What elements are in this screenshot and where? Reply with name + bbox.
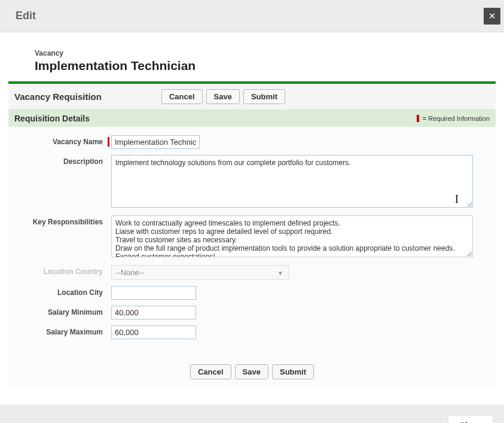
content-area: Vacancy Implementation Technician Vacanc… xyxy=(0,32,504,394)
subsection-title: Requisition Details xyxy=(14,114,90,123)
form-body: Vacancy Name Description I Key Responsib… xyxy=(8,127,496,356)
section-title: Vacancy Requisition xyxy=(14,92,102,102)
save-button[interactable]: Save xyxy=(235,364,268,379)
row-key-resp: Key Responsibilities xyxy=(22,215,482,259)
row-sal-max: Salary Maximum xyxy=(22,325,482,339)
label-sal-max: Salary Maximum xyxy=(22,325,111,336)
row-loc-city: Location City xyxy=(22,286,482,300)
control-sal-min xyxy=(111,306,482,319)
modal-footer: Close xyxy=(0,404,504,423)
label-description: Description xyxy=(22,155,111,166)
required-mark-icon xyxy=(108,137,109,147)
required-legend: = Required Information xyxy=(417,115,490,122)
close-icon[interactable]: ✕ xyxy=(484,8,500,25)
section-bar: Vacancy Requisition Cancel Save Submit xyxy=(8,84,496,110)
cancel-button[interactable]: Cancel xyxy=(161,89,203,104)
control-loc-city xyxy=(111,286,482,300)
label-loc-country: Location Country xyxy=(22,265,111,276)
control-key-resp xyxy=(111,215,482,259)
description-textarea[interactable] xyxy=(111,155,473,208)
control-description: I xyxy=(111,155,482,209)
label-loc-city: Location City xyxy=(22,286,111,297)
vacancy-name-input[interactable] xyxy=(111,135,200,149)
row-description: Description I xyxy=(22,155,482,209)
sal-min-input[interactable] xyxy=(111,306,196,319)
row-loc-country: Location Country --None-- ▼ xyxy=(22,265,482,280)
modal-title: Edit xyxy=(16,10,36,22)
modal-header: Edit ✕ xyxy=(0,0,504,32)
submit-button[interactable]: Submit xyxy=(272,364,314,379)
key-resp-textarea[interactable] xyxy=(111,215,473,257)
row-vacancy-name: Vacancy Name xyxy=(22,135,482,149)
label-key-resp: Key Responsibilities xyxy=(22,215,111,226)
page-title: Implementation Technician xyxy=(35,59,496,73)
required-legend-text: = Required Information xyxy=(423,115,490,122)
row-sal-min: Salary Minimum xyxy=(22,306,482,319)
vacancy-heading: Vacancy Implementation Technician xyxy=(8,49,496,73)
cancel-button[interactable]: Cancel xyxy=(190,364,231,379)
submit-button[interactable]: Submit xyxy=(243,89,285,104)
label-sal-min: Salary Minimum xyxy=(22,306,111,317)
sal-max-input[interactable] xyxy=(111,325,196,339)
control-sal-max xyxy=(111,325,482,339)
close-button[interactable]: Close xyxy=(448,415,493,423)
subsection-bar: Requisition Details = Required Informati… xyxy=(8,110,496,127)
required-mark-icon xyxy=(417,115,419,122)
control-vacancy-name xyxy=(111,135,482,149)
save-button[interactable]: Save xyxy=(206,89,240,104)
label-vacancy-name: Vacancy Name xyxy=(22,135,111,146)
vacancy-label: Vacancy xyxy=(35,49,496,57)
loc-country-select[interactable]: --None-- xyxy=(111,265,289,280)
top-button-row: Cancel Save Submit xyxy=(161,89,285,104)
control-loc-country: --None-- ▼ xyxy=(111,265,482,280)
bottom-button-row: Cancel Save Submit xyxy=(8,356,496,388)
loc-city-input[interactable] xyxy=(111,286,196,300)
